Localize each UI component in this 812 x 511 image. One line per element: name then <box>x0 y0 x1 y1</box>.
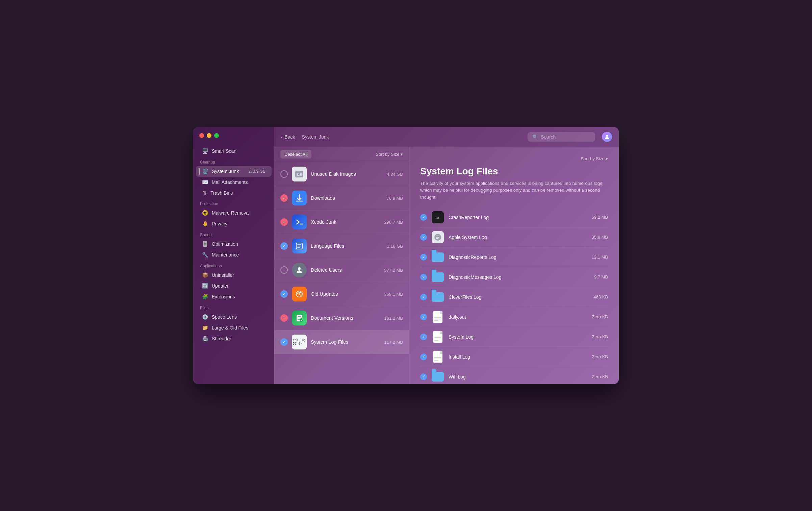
svg-point-6 <box>298 267 301 270</box>
list-item-size: 369,1 MB <box>384 292 403 297</box>
checkbox-checked[interactable]: ✓ <box>420 354 427 360</box>
sidebar-item-extensions[interactable]: 🧩 Extensions <box>196 291 272 302</box>
list-item-size: 577,2 MB <box>384 268 403 273</box>
list-item[interactable]: ✓ Language Files 1,16 GB <box>274 234 409 258</box>
search-icon: 🔍 <box>532 134 538 140</box>
list-item-name: Language Files <box>311 243 383 249</box>
deselect-all-button[interactable]: Deselect All <box>280 150 311 159</box>
list-item-name: System Log Files <box>311 339 380 345</box>
back-button[interactable]: ‹ Back <box>281 134 295 140</box>
list-item[interactable]: ✓ Old Updates 369,1 MB <box>274 282 409 306</box>
sidebar-item-trash-bins[interactable]: 🗑 Trash Bins <box>196 188 272 198</box>
checkbox-checked[interactable]: ✓ <box>420 334 427 340</box>
sidebar-item-large-old-files[interactable]: 📁 Large & Old Files <box>196 322 272 333</box>
sidebar-item-label: Trash Bins <box>210 190 233 196</box>
checkbox-checked[interactable]: ✓ <box>420 274 427 281</box>
detail-item-icon <box>432 371 444 383</box>
minimize-button[interactable] <box>207 133 211 138</box>
list-items: Unused Disk Images 4,84 GB − Downloads 7… <box>274 162 409 384</box>
detail-item-size: 59,2 MB <box>592 215 608 220</box>
sidebar-item-mail-attachments[interactable]: ✉️ Mail Attachments <box>196 177 272 188</box>
detail-item-name: CleverFiles Log <box>449 294 589 300</box>
checkbox-checked[interactable]: ✓ <box>420 254 427 261</box>
sidebar: 🖥️ Smart Scan Cleanup 🗑️ System Junk 27,… <box>193 127 274 384</box>
sidebar-item-optimization[interactable]: 🎚️ Optimization <box>196 239 272 249</box>
fullscreen-button[interactable] <box>214 133 219 138</box>
list-item-selected[interactable]: ✓ tem log 56 0• System Log Files 117,2 M… <box>274 330 409 354</box>
checkbox-minus[interactable]: − <box>280 314 288 322</box>
sidebar-item-shredder[interactable]: 🖨️ Shredder <box>196 333 272 344</box>
detail-item[interactable]: ✓ Install Log <box>420 347 608 367</box>
sidebar-item-label: Shredder <box>212 336 231 341</box>
sidebar-item-uninstaller[interactable]: 📦 Uninstaller <box>196 270 272 281</box>
section-label-protection: Protection <box>193 198 274 208</box>
detail-item[interactable]: ✓ System Log <box>420 327 608 347</box>
svg-point-4 <box>299 174 300 175</box>
detail-item[interactable]: ✓ DiagnosticReports Log 12,1 MB <box>420 247 608 267</box>
checkbox-checked[interactable]: ✓ <box>420 234 427 241</box>
content-area: Deselect All Sort by Size ▾ Unused Disk … <box>274 147 619 384</box>
sidebar-item-system-junk[interactable]: 🗑️ System Junk 27,09 GB <box>196 166 272 177</box>
checkbox-checked[interactable]: ✓ <box>280 338 288 346</box>
sidebar-item-maintenance[interactable]: 🔧 Maintenance <box>196 249 272 260</box>
list-item-icon <box>292 191 307 205</box>
section-label-cleanup: Cleanup <box>193 156 274 166</box>
checkbox-checked[interactable]: ✓ <box>420 294 427 300</box>
list-item[interactable]: Unused Disk Images 4,84 GB <box>274 162 409 186</box>
sidebar-item-malware-removal[interactable]: ☣️ Malware Removal <box>196 208 272 218</box>
sidebar-item-label: Maintenance <box>212 252 239 258</box>
list-item[interactable]: − Xcode Junk 290,7 MB <box>274 210 409 234</box>
search-input[interactable] <box>541 134 588 140</box>
smart-scan-icon: 🖥️ <box>202 148 208 154</box>
list-item[interactable]: − Document Versions 181,2 MB <box>274 306 409 330</box>
detail-item[interactable]: ✓ Apple System Log 35,8 MB <box>420 227 608 247</box>
list-toolbar: Deselect All Sort by Size ▾ <box>274 147 409 162</box>
detail-sort-button[interactable]: Sort by Size ▾ <box>581 156 608 161</box>
detail-item-icon: ⚠ <box>432 211 444 223</box>
sidebar-item-space-lens[interactable]: 💿 Space Lens <box>196 312 272 322</box>
sort-by-size-button[interactable]: Sort by Size ▾ <box>376 152 403 157</box>
checkbox-checked[interactable]: ✓ <box>420 314 427 320</box>
sidebar-item-smart-scan[interactable]: 🖥️ Smart Scan <box>196 146 272 156</box>
avatar[interactable] <box>602 132 612 142</box>
detail-item-name: System Log <box>449 334 587 340</box>
detail-item[interactable]: ✓ ⚠ CrashReporter Log 59,2 MB <box>420 208 608 227</box>
sidebar-item-label: Malware Removal <box>212 210 250 216</box>
detail-item-size: Zero KB <box>592 334 608 339</box>
sidebar-item-label: Large & Old Files <box>212 325 248 331</box>
sidebar-item-updater[interactable]: 🔄 Updater <box>196 281 272 291</box>
sidebar-item-label: Mail Attachments <box>212 179 248 185</box>
close-button[interactable] <box>199 133 204 138</box>
list-item[interactable]: − Downloads 76,9 MB <box>274 186 409 210</box>
checkbox-checked[interactable]: ✓ <box>420 214 427 221</box>
checkbox-minus[interactable]: − <box>280 194 288 202</box>
list-item[interactable]: Deleted Users 577,2 MB <box>274 258 409 282</box>
list-item-icon: tem log 56 0• <box>292 335 307 349</box>
detail-item[interactable]: ✓ CleverFiles Log 463 KB <box>420 287 608 307</box>
detail-item[interactable]: ✓ daily.out <box>420 307 608 327</box>
list-item-icon <box>292 215 307 229</box>
malware-icon: ☣️ <box>202 210 208 216</box>
checkbox-checked[interactable]: ✓ <box>280 242 288 250</box>
checkbox-minus[interactable]: − <box>280 218 288 226</box>
sidebar-item-privacy[interactable]: 🤚 Privacy <box>196 218 272 229</box>
checkbox-checked[interactable]: ✓ <box>280 290 288 298</box>
list-panel: Deselect All Sort by Size ▾ Unused Disk … <box>274 147 409 384</box>
trash-icon: 🗑 <box>202 190 207 196</box>
search-box[interactable]: 🔍 <box>528 132 595 142</box>
sidebar-item-label: Uninstaller <box>212 272 234 278</box>
detail-item-icon <box>432 291 444 303</box>
checkbox-unchecked[interactable] <box>280 170 288 178</box>
detail-item[interactable]: ✓ DiagnosticMessages Log 9,7 MB <box>420 267 608 287</box>
list-item-icon <box>292 263 307 277</box>
list-item-size: 181,2 MB <box>384 316 403 321</box>
checkbox-unchecked[interactable] <box>280 266 288 274</box>
privacy-icon: 🤚 <box>202 221 208 227</box>
detail-item-name: Apple System Log <box>449 235 587 240</box>
detail-item-icon <box>432 271 444 283</box>
detail-item-icon <box>432 351 444 363</box>
checkbox-checked[interactable]: ✓ <box>420 373 427 380</box>
detail-item-size: Zero KB <box>592 374 608 379</box>
sidebar-item-label: Space Lens <box>212 314 237 320</box>
detail-item[interactable]: ✓ Wifi Log Zero KB <box>420 367 608 384</box>
